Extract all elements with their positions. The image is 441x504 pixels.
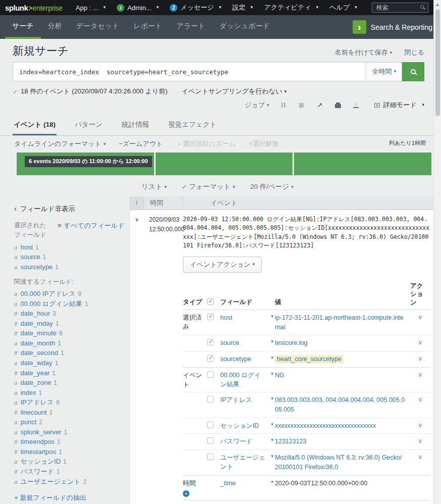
hide-fields-button[interactable]: フィールド非表示 — [14, 205, 124, 214]
result-tab[interactable]: イベント (18) — [13, 116, 57, 135]
field-checkbox[interactable] — [207, 355, 214, 362]
field-name-link[interactable]: 00.000 ログイン結果 — [21, 300, 83, 308]
event-raw-text[interactable]: 2020-09-03 12:50:00.000 ログイン結果[NG]:IPアドレ… — [183, 215, 430, 250]
chevron-down-icon[interactable] — [418, 355, 423, 362]
caret-down-icon[interactable] — [271, 395, 273, 402]
field-name-link[interactable]: punct — [21, 418, 37, 426]
select-all-checkbox[interactable] — [207, 298, 214, 305]
field-name-link[interactable]: date_month — [21, 339, 56, 347]
caret-down-icon[interactable] — [271, 313, 273, 320]
settings-menu[interactable]: 設定 — [232, 3, 253, 12]
field-name-link[interactable]: 00.000 ログイン結果 — [220, 372, 261, 388]
result-tab[interactable]: 統計情報 — [121, 116, 150, 135]
sidebar-field-item[interactable]: #timeendpos1 — [14, 437, 124, 446]
messages-menu[interactable]: 2 メッセージ — [170, 3, 221, 12]
extract-new-fields-link[interactable]: + 新規フィールドの抽出 — [14, 493, 124, 502]
caret-down-icon[interactable] — [271, 437, 273, 443]
field-name-link[interactable]: date_year — [21, 369, 50, 377]
caret-down-icon[interactable] — [271, 338, 273, 345]
field-name-link[interactable]: IPアドレス — [220, 396, 252, 404]
field-name-link[interactable]: date_second — [21, 349, 58, 357]
search-query-input[interactable] — [13, 62, 366, 81]
help-menu[interactable]: ヘルプ — [329, 3, 357, 12]
add-time-to-search-icon[interactable] — [183, 490, 189, 497]
scrollbar-thumb[interactable] — [435, 9, 440, 116]
time-range-picker[interactable]: 全時間 — [366, 62, 402, 81]
sidebar-field-item[interactable]: adate_month1 — [14, 339, 124, 348]
caret-down-icon[interactable] — [271, 479, 273, 485]
field-checkbox[interactable] — [207, 396, 214, 402]
field-value-link[interactable]: heart_core_sourcetype — [275, 355, 344, 364]
sidebar-field-item[interactable]: #date_mday1 — [14, 319, 124, 328]
field-name-link[interactable]: date_zone — [21, 379, 52, 386]
field-name-link[interactable]: 00.000 IPアドレス — [21, 290, 76, 297]
appbar-nav-item[interactable]: 分析 — [41, 15, 69, 39]
appbar-nav-item[interactable]: レポート — [126, 15, 169, 39]
field-name-link[interactable]: パスワード — [220, 438, 253, 445]
activity-menu[interactable]: アクティビティ — [264, 3, 319, 12]
scroll-up-icon[interactable] — [435, 3, 439, 6]
chevron-down-icon[interactable] — [418, 422, 423, 429]
print-button[interactable] — [334, 102, 342, 109]
field-value-link[interactable]: 2020-09-03T12:50:00.000+00:00 — [275, 480, 367, 487]
sidebar-field-item[interactable]: ahost1 — [14, 243, 124, 252]
export-button[interactable] — [352, 102, 360, 109]
admin-menu[interactable]: Admin... — [117, 4, 159, 12]
sidebar-field-item[interactable]: asplunk_server1 — [14, 428, 124, 437]
field-checkbox[interactable] — [207, 314, 214, 320]
field-name-link[interactable]: host — [220, 314, 232, 321]
pause-job-button[interactable] — [279, 102, 287, 109]
sidebar-field-item[interactable]: aユーザエージェント2 — [14, 477, 124, 486]
sidebar-field-item[interactable]: asource1 — [14, 253, 124, 262]
field-name-link[interactable]: sourcetype — [220, 356, 251, 363]
sidebar-field-item[interactable]: aIPアドレス9 — [14, 398, 124, 407]
vertical-scrollbar[interactable] — [433, 0, 441, 504]
all-fields-link[interactable]: すべてのフィールド — [58, 221, 124, 230]
field-value-link[interactable]: Mozilla/5.0 (Windows NT 6.3; rv:36.0) Ge… — [275, 454, 402, 471]
save-as-menu[interactable]: 名前を付けて保存 — [335, 48, 392, 57]
timeline-format-menu[interactable]: タイムラインのフォーマット — [14, 139, 106, 148]
field-name-link[interactable]: パスワード — [21, 468, 54, 475]
share-job-button[interactable] — [316, 102, 324, 109]
chevron-down-icon[interactable] — [418, 339, 423, 346]
sidebar-field-item[interactable]: #linecount1 — [14, 408, 124, 417]
field-name-link[interactable]: timestartpos — [21, 448, 57, 456]
result-tab[interactable]: 視覚エフェクト — [167, 116, 218, 135]
chevron-down-icon[interactable] — [418, 453, 423, 461]
result-tab[interactable]: パターン — [74, 116, 104, 135]
appbar-nav-item[interactable]: アラート — [169, 15, 212, 39]
field-checkbox[interactable] — [207, 339, 214, 345]
sidebar-field-item[interactable]: #date_second1 — [14, 348, 124, 358]
field-checkbox[interactable] — [207, 453, 214, 460]
timeline-bar[interactable] — [294, 153, 431, 175]
field-value-link[interactable]: NG — [275, 372, 284, 379]
sidebar-field-item[interactable]: a00.000 IPアドレス9 — [14, 289, 124, 298]
chevron-down-icon[interactable] — [418, 437, 423, 444]
sidebar-field-item[interactable]: aセッションID1 — [14, 457, 124, 466]
sidebar-field-item[interactable]: a00.000 ログイン結果1 — [14, 299, 124, 309]
current-app[interactable]: Search & Reporting — [353, 15, 433, 39]
sidebar-field-item[interactable]: asourcetype1 — [14, 263, 124, 272]
caret-down-icon[interactable] — [271, 355, 273, 361]
chevron-down-icon[interactable] — [418, 396, 423, 403]
field-name-link[interactable]: source — [21, 253, 40, 261]
field-name-link[interactable]: source — [220, 339, 239, 346]
search-mode-menu[interactable]: 詳細モード — [374, 100, 424, 110]
per-page-menu[interactable]: 20 件/ページ — [250, 182, 293, 191]
field-name-link[interactable]: IPアドレス — [21, 398, 54, 406]
sidebar-field-item[interactable]: #パスワード1 — [14, 467, 124, 476]
chevron-down-icon[interactable] — [418, 371, 423, 378]
field-name-link[interactable]: date_minute — [21, 329, 57, 337]
field-checkbox[interactable] — [207, 422, 214, 428]
field-name-link[interactable]: linecount — [21, 409, 47, 416]
field-checkbox[interactable] — [207, 371, 214, 378]
timeline-bar[interactable] — [156, 153, 293, 175]
app-menu[interactable]: App : ... — [76, 4, 106, 12]
format-menu[interactable]: フォーマット — [182, 182, 235, 191]
appbar-nav-item[interactable]: サーチ — [5, 15, 41, 39]
list-view-menu[interactable]: リスト — [141, 182, 167, 191]
field-name-link[interactable]: セッションID — [220, 422, 259, 429]
search-button[interactable] — [402, 62, 424, 81]
field-name-link[interactable]: セッションID — [21, 458, 61, 465]
event-sampling-menu[interactable]: イベントサンプリングを行わない — [182, 87, 287, 96]
